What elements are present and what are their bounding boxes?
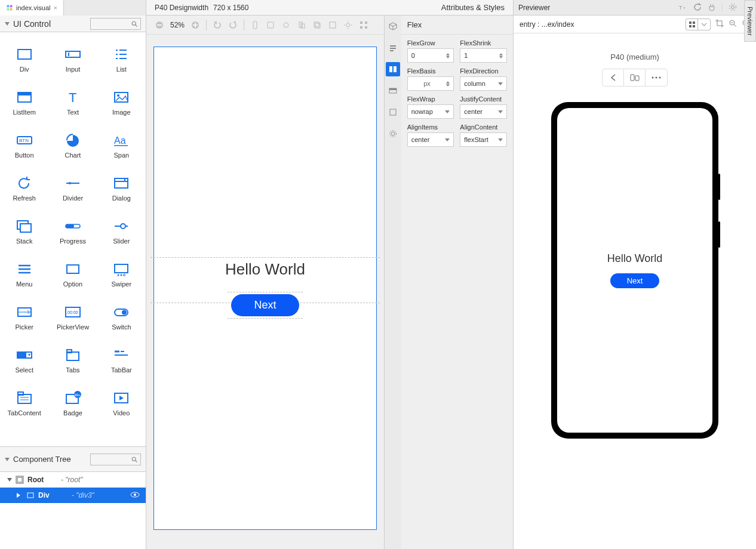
layers-icon[interactable] xyxy=(312,20,322,30)
palette-item-dialog[interactable]: Dialog xyxy=(97,167,146,210)
rotate-button[interactable] xyxy=(624,69,646,86)
more-button[interactable] xyxy=(646,69,667,86)
prop-select-aligncontent[interactable]: flexStart xyxy=(460,132,507,147)
gear-icon[interactable] xyxy=(729,3,737,11)
palette-item-badge[interactable]: 99+Badge xyxy=(48,382,97,425)
attr-tab-cube[interactable] xyxy=(386,19,400,33)
palette-item-listitem[interactable]: ListItem xyxy=(0,81,48,124)
attr-tab-gear[interactable] xyxy=(386,127,400,141)
collapse-icon[interactable] xyxy=(5,22,10,26)
palette-item-option[interactable]: Option xyxy=(48,253,97,296)
palette-item-picker[interactable]: Picker xyxy=(0,296,48,339)
zoom-out-button[interactable] xyxy=(155,20,164,30)
palette-item-tabs[interactable]: Tabs xyxy=(48,339,97,382)
previewer-side-tab[interactable]: Previewer xyxy=(744,0,756,42)
prop-input-flexbasis[interactable]: px xyxy=(407,76,454,91)
file-tab-name: index.visual xyxy=(16,4,50,11)
zoom-in-button[interactable] xyxy=(190,20,200,30)
palette-item-pickerview[interactable]: 00:00PickerView xyxy=(48,296,97,339)
previewer-subbar: entry : ...ex/index xyxy=(514,16,756,33)
divider-icon xyxy=(64,175,82,191)
palette-item-video[interactable]: Video xyxy=(97,382,146,425)
palette-item-list[interactable]: List xyxy=(97,38,146,81)
prop-select-flexdirection[interactable]: column xyxy=(460,76,507,91)
crop-icon[interactable] xyxy=(715,19,724,29)
prop-select-justifycontent[interactable]: center xyxy=(460,104,507,119)
palette-item-div[interactable]: Div xyxy=(0,38,48,81)
prop-label-flexbasis: FlexBasis xyxy=(407,67,454,75)
expand-icon[interactable] xyxy=(17,493,23,498)
palette-item-button[interactable]: BTNButton xyxy=(0,124,48,167)
grid-icon[interactable] xyxy=(359,20,368,30)
attr-tab-card[interactable] xyxy=(386,84,400,98)
search-icon xyxy=(131,456,138,463)
palette-item-tabbar[interactable]: TabBar xyxy=(97,339,146,382)
undo-button[interactable] xyxy=(213,20,222,30)
canvas-viewport[interactable]: Hello World Next xyxy=(146,35,384,549)
svg-point-4 xyxy=(132,21,136,25)
prop-input-flexshrink[interactable]: 1 xyxy=(460,48,507,63)
palette-label: Input xyxy=(66,66,80,73)
palette-item-text[interactable]: TText xyxy=(48,81,97,124)
device-phone-icon[interactable] xyxy=(250,20,260,30)
tree-node-root[interactable]: Root - "root" xyxy=(0,472,146,488)
palette-item-span[interactable]: AaSpan xyxy=(97,124,146,167)
attr-tab-box[interactable] xyxy=(386,105,400,119)
palette-item-tabcontent[interactable]: TabContent xyxy=(0,382,48,425)
palette-label: TabBar xyxy=(111,366,132,374)
div-icon xyxy=(26,491,35,499)
svg-rect-91 xyxy=(360,26,362,29)
tree-node-div[interactable]: Div - "div3" xyxy=(0,488,146,503)
dropdown-icon[interactable] xyxy=(698,19,710,30)
zoom-out-icon[interactable] xyxy=(729,19,737,29)
svg-point-19 xyxy=(117,94,119,97)
square-icon[interactable] xyxy=(328,20,337,30)
plug-icon[interactable] xyxy=(708,3,716,11)
file-tab-index[interactable]: index.visual × xyxy=(0,0,64,16)
redo-button[interactable] xyxy=(228,20,238,30)
svg-rect-89 xyxy=(360,21,362,24)
palette-item-switch[interactable]: Switch xyxy=(97,296,146,339)
tree-title: Component Tree xyxy=(13,455,90,464)
palette-item-slider[interactable]: Slider xyxy=(97,210,146,253)
brightness-icon[interactable] xyxy=(343,20,353,30)
palette-item-select[interactable]: Select xyxy=(0,339,48,382)
option-icon xyxy=(64,261,82,277)
palette-item-divider[interactable]: Divider xyxy=(48,167,97,210)
palette-item-progress[interactable]: Progress xyxy=(48,210,97,253)
grid-view-icon[interactable] xyxy=(686,19,698,30)
palette-search[interactable] xyxy=(90,18,141,30)
switch-icon xyxy=(112,304,130,320)
device-tablet-icon[interactable] xyxy=(266,20,275,30)
attr-tab-flex[interactable] xyxy=(386,62,400,76)
palette-item-menu[interactable]: Menu xyxy=(0,253,48,296)
next-button[interactable]: Next xyxy=(231,294,299,316)
expand-icon[interactable] xyxy=(7,478,12,482)
refresh-icon[interactable] xyxy=(693,3,702,11)
palette-item-image[interactable]: Image xyxy=(97,81,146,124)
hello-text[interactable]: Hello World xyxy=(225,260,305,279)
attr-tab-text[interactable] xyxy=(386,41,400,55)
prop-select-flexwrap[interactable]: nowrap xyxy=(407,104,454,119)
palette-item-input[interactable]: Input xyxy=(48,38,97,81)
visibility-icon[interactable] xyxy=(130,491,140,499)
collapse-icon[interactable] xyxy=(5,458,10,461)
palette-item-chart[interactable]: Chart xyxy=(48,124,97,167)
select-icon xyxy=(16,347,33,363)
palette-item-swiper[interactable]: Swiper xyxy=(97,253,146,296)
canvas-frame[interactable]: Hello World Next xyxy=(153,47,377,530)
svg-rect-2 xyxy=(7,8,10,11)
palette-item-stack[interactable]: Stack xyxy=(0,210,48,253)
attrs-title: Attributes & Styles xyxy=(441,3,505,12)
font-size-icon[interactable]: TT xyxy=(679,3,687,11)
back-button[interactable] xyxy=(603,69,624,86)
device-rotate-icon[interactable] xyxy=(297,20,306,30)
prop-input-flexgrow[interactable]: 0 xyxy=(407,48,454,63)
palette-item-refresh[interactable]: Refresh xyxy=(0,167,48,210)
svg-text:Aa: Aa xyxy=(114,135,126,146)
preview-next-button[interactable]: Next xyxy=(610,273,660,288)
device-watch-icon[interactable] xyxy=(281,20,291,30)
close-icon[interactable]: × xyxy=(53,4,57,11)
tree-search[interactable] xyxy=(90,454,141,465)
prop-select-alignitems[interactable]: center xyxy=(407,132,454,147)
